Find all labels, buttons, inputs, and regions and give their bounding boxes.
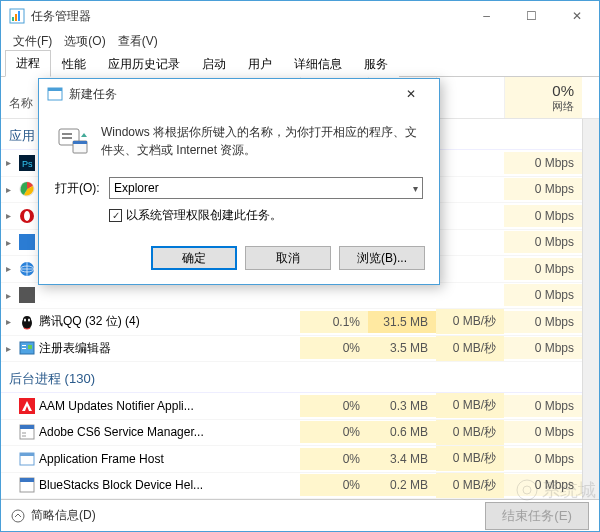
- open-combobox[interactable]: ▾: [109, 177, 423, 199]
- net-cell: 0 Mbps: [504, 311, 582, 333]
- svg-point-18: [28, 318, 30, 321]
- svg-point-32: [12, 510, 24, 522]
- svg-rect-1: [12, 17, 14, 21]
- menu-file[interactable]: 文件(F): [9, 31, 56, 52]
- svg-rect-3: [18, 11, 20, 21]
- window-controls: – ☐ ✕: [464, 1, 599, 31]
- dialog-close-button[interactable]: ✕: [391, 79, 431, 109]
- expand-icon[interactable]: ▸: [1, 157, 15, 168]
- tab-startup[interactable]: 启动: [191, 51, 237, 77]
- col-network[interactable]: 0% 网络: [504, 77, 582, 118]
- menu-view[interactable]: 查看(V): [114, 31, 162, 52]
- run-icon: [55, 123, 91, 159]
- titlebar[interactable]: 任务管理器 – ☐ ✕: [1, 1, 599, 31]
- expand-icon[interactable]: ▸: [1, 210, 15, 221]
- cpu-cell: 0.1%: [300, 311, 368, 333]
- minimize-button[interactable]: –: [464, 1, 509, 31]
- app-icon-opera: [19, 208, 35, 224]
- table-row[interactable]: ▸ 注册表编辑器 0% 3.5 MB 0 MB/秒 0 Mbps: [1, 336, 582, 363]
- fewer-details-button[interactable]: 简略信息(D): [11, 507, 96, 524]
- svg-rect-27: [22, 435, 26, 437]
- network-label: 网络: [513, 99, 574, 114]
- ok-button[interactable]: 确定: [151, 246, 237, 270]
- process-name: Adobe CS6 Service Manager...: [39, 425, 300, 439]
- net-cell: 0 Mbps: [504, 152, 582, 174]
- app-icon-generic2: [19, 287, 35, 303]
- app-icon-chrome: [19, 181, 35, 197]
- app-icon-generic: [19, 234, 35, 250]
- svg-rect-25: [20, 425, 34, 429]
- table-row[interactable]: ▸ 0 Mbps: [1, 283, 582, 310]
- table-row[interactable]: ▸ 腾讯QQ (32 位) (4) 0.1% 31.5 MB 0 MB/秒 0 …: [1, 309, 582, 336]
- browse-button[interactable]: 浏览(B)...: [339, 246, 425, 270]
- process-name: AAM Updates Notifier Appli...: [39, 399, 300, 413]
- svg-rect-22: [28, 345, 32, 349]
- app-icon-ps: Ps: [19, 155, 35, 171]
- dialog-description: Windows 将根据你所键入的名称，为你打开相应的程序、文件夹、文档或 Int…: [101, 123, 423, 159]
- tab-processes[interactable]: 进程: [5, 50, 51, 77]
- svg-rect-36: [62, 133, 72, 135]
- tabstrip: 进程 性能 应用历史记录 启动 用户 详细信息 服务: [1, 51, 599, 77]
- col-disk[interactable]: [436, 77, 504, 118]
- svg-rect-37: [62, 137, 72, 139]
- menu-options[interactable]: 选项(O): [60, 31, 109, 52]
- end-task-button[interactable]: 结束任务(E): [485, 502, 589, 530]
- svg-rect-14: [19, 287, 35, 303]
- section-background: 后台进程 (130): [1, 362, 582, 393]
- cancel-button[interactable]: 取消: [245, 246, 331, 270]
- app-icon-exe: [19, 477, 35, 493]
- svg-rect-21: [22, 348, 26, 349]
- process-name: 腾讯QQ (32 位) (4): [39, 313, 300, 330]
- svg-rect-11: [19, 234, 35, 250]
- app-icon-adobe: [19, 398, 35, 414]
- expand-icon[interactable]: ▸: [1, 237, 15, 248]
- process-name: Application Frame Host: [39, 452, 300, 466]
- dialog-icon: [47, 86, 63, 102]
- tab-performance[interactable]: 性能: [51, 51, 97, 77]
- app-icon-qq: [19, 314, 35, 330]
- svg-rect-2: [15, 14, 17, 21]
- table-row[interactable]: Application Frame Host 0% 3.4 MB 0 MB/秒 …: [1, 446, 582, 473]
- tab-history[interactable]: 应用历史记录: [97, 51, 191, 77]
- admin-checkbox-label[interactable]: 以系统管理权限创建此任务。: [126, 207, 282, 224]
- dialog-titlebar[interactable]: 新建任务 ✕: [39, 79, 439, 109]
- dialog-title: 新建任务: [69, 86, 391, 103]
- app-icon-exe: [19, 424, 35, 440]
- chevron-down-icon[interactable]: ▾: [413, 183, 418, 194]
- svg-rect-31: [20, 478, 34, 482]
- expand-icon[interactable]: ▸: [1, 316, 15, 327]
- expand-icon[interactable]: ▸: [1, 263, 15, 274]
- process-name: BlueStacks Block Device Hel...: [39, 478, 300, 492]
- svg-text:Ps: Ps: [22, 159, 33, 169]
- svg-rect-29: [20, 453, 34, 456]
- app-icon-regedit: [19, 340, 35, 356]
- header-spacer: [582, 77, 599, 118]
- tab-services[interactable]: 服务: [353, 51, 399, 77]
- expand-icon[interactable]: ▸: [1, 290, 15, 301]
- svg-point-10: [24, 211, 30, 221]
- expand-icon[interactable]: ▸: [1, 184, 15, 195]
- maximize-button[interactable]: ☐: [509, 1, 554, 31]
- table-row[interactable]: AAM Updates Notifier Appli... 0% 0.3 MB …: [1, 393, 582, 420]
- tab-users[interactable]: 用户: [237, 51, 283, 77]
- statusbar: 简略信息(D) 结束任务(E): [1, 499, 599, 531]
- table-row[interactable]: Adobe CS6 Service Manager... 0% 0.6 MB 0…: [1, 420, 582, 447]
- app-icon-afh: [19, 451, 35, 467]
- window-title: 任务管理器: [31, 8, 464, 25]
- open-label: 打开(O):: [55, 180, 109, 197]
- tab-details[interactable]: 详细信息: [283, 51, 353, 77]
- app-icon: [9, 8, 25, 24]
- disk-cell: 0 MB/秒: [436, 309, 504, 334]
- process-name: 注册表编辑器: [39, 340, 300, 357]
- admin-checkbox[interactable]: ✓: [109, 209, 122, 222]
- open-input[interactable]: [114, 181, 413, 195]
- svg-rect-26: [22, 432, 26, 434]
- close-button[interactable]: ✕: [554, 1, 599, 31]
- new-task-dialog: 新建任务 ✕ Windows 将根据你所键入的名称，为你打开相应的程序、文件夹、…: [38, 78, 440, 285]
- vertical-scrollbar[interactable]: [582, 119, 599, 499]
- app-icon-globe: [19, 261, 35, 277]
- mem-cell: 31.5 MB: [368, 311, 436, 333]
- network-percent: 0%: [513, 82, 574, 99]
- table-row[interactable]: BlueStacks Block Device Hel... 0% 0.2 MB…: [1, 473, 582, 500]
- expand-icon[interactable]: ▸: [1, 343, 15, 354]
